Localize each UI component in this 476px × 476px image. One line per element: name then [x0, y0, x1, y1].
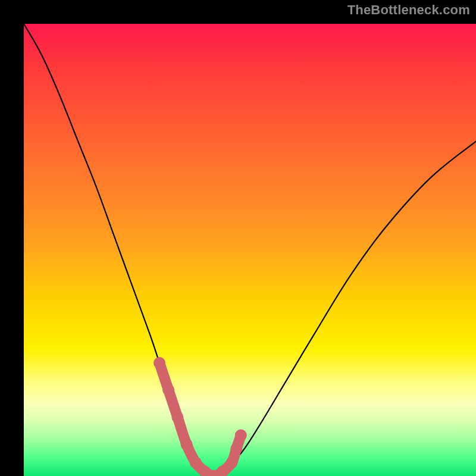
chart-stage: TheBottleneck.com: [0, 0, 476, 476]
marker-point: [162, 384, 174, 396]
marker-point: [230, 443, 242, 455]
marker-point: [181, 439, 193, 450]
marker-group: [154, 357, 247, 476]
marker-point: [235, 430, 247, 441]
curve-svg: [24, 24, 476, 476]
plot-area: [24, 24, 476, 476]
bottleneck-curve: [24, 24, 476, 476]
marker-point: [171, 411, 183, 423]
marker-point: [190, 456, 202, 468]
marker-point: [154, 357, 165, 369]
watermark-text: TheBottleneck.com: [347, 2, 470, 18]
marker-point: [226, 456, 238, 468]
